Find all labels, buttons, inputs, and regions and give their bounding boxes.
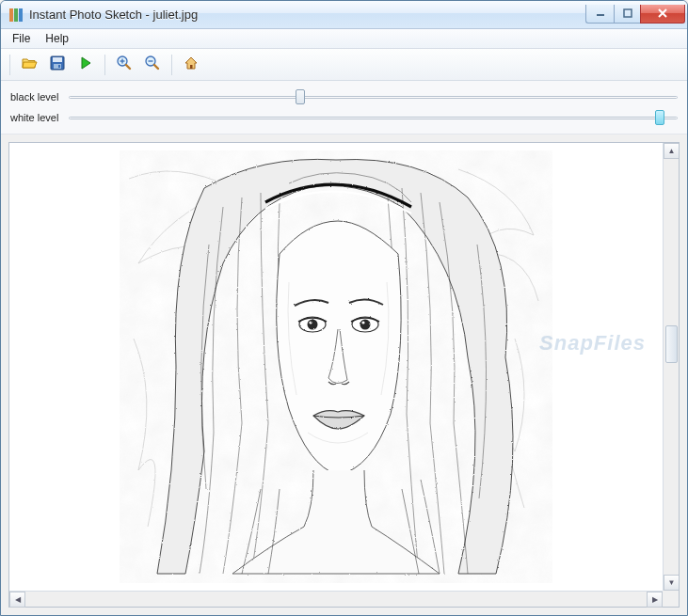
- horizontal-scrollbar[interactable]: ◀ ▶: [9, 591, 663, 607]
- canvas-wrap: SnapFiles ▲ ▼: [9, 143, 679, 591]
- vscroll-thumb[interactable]: [665, 325, 678, 363]
- chevron-left-icon: ◀: [15, 595, 21, 604]
- svg-rect-16: [190, 65, 193, 69]
- svg-rect-1: [14, 8, 18, 22]
- home-button[interactable]: [179, 53, 203, 77]
- toolbar-separator: [171, 55, 172, 75]
- open-folder-icon: [21, 55, 38, 74]
- titlebar: Instant Photo Sketch - juliet.jpg: [1, 1, 687, 29]
- toolbar-separator: [104, 55, 105, 75]
- svg-line-10: [126, 65, 130, 69]
- svg-rect-4: [624, 9, 632, 17]
- svg-point-24: [361, 321, 364, 324]
- hscroll-track[interactable]: [25, 592, 647, 607]
- scroll-right-button[interactable]: ▶: [647, 592, 663, 608]
- menu-file[interactable]: File: [5, 30, 38, 47]
- white-level-thumb[interactable]: [655, 110, 664, 125]
- svg-rect-0: [9, 8, 13, 22]
- play-icon: [77, 55, 94, 74]
- content-area: SnapFiles ▲ ▼ ◀ ▶: [8, 142, 680, 608]
- svg-rect-8: [58, 65, 60, 68]
- close-button[interactable]: [640, 5, 685, 24]
- scroll-left-button[interactable]: ◀: [9, 592, 25, 608]
- white-level-row: white level: [10, 107, 678, 128]
- chevron-up-icon: ▲: [668, 147, 676, 155]
- home-icon: [183, 55, 200, 74]
- scroll-corner: [663, 591, 679, 607]
- black-level-row: black level: [10, 87, 678, 107]
- black-level-thumb[interactable]: [296, 89, 305, 104]
- zoom-out-button[interactable]: [140, 53, 165, 77]
- toolbar-separator: [9, 55, 10, 75]
- save-floppy-icon: [49, 55, 66, 74]
- window-title: Instant Photo Sketch - juliet.jpg: [29, 8, 585, 22]
- open-button[interactable]: [17, 53, 41, 77]
- svg-rect-2: [19, 8, 23, 22]
- app-icon: [8, 8, 24, 23]
- svg-point-20: [308, 320, 318, 330]
- svg-point-23: [360, 320, 371, 330]
- black-level-label: black level: [10, 91, 69, 103]
- menu-help[interactable]: Help: [38, 30, 76, 47]
- watermark: SnapFiles: [539, 331, 646, 355]
- white-level-slider[interactable]: [69, 109, 678, 126]
- sliders-panel: black level white level: [1, 81, 687, 134]
- toolbar: [1, 49, 687, 81]
- slider-rail: [69, 96, 678, 99]
- zoom-out-icon: [144, 55, 161, 74]
- image-canvas[interactable]: SnapFiles: [9, 143, 663, 591]
- vertical-scrollbar[interactable]: ▲ ▼: [663, 143, 679, 591]
- chevron-right-icon: ▶: [652, 595, 658, 604]
- white-level-label: white level: [10, 112, 69, 123]
- vscroll-track[interactable]: [664, 159, 679, 575]
- svg-rect-6: [53, 57, 62, 62]
- slider-rail: [69, 117, 678, 119]
- sketch-image: [120, 150, 552, 583]
- svg-point-21: [309, 321, 312, 324]
- scroll-down-button[interactable]: ▼: [664, 575, 679, 591]
- window-controls: [585, 5, 685, 24]
- black-level-slider[interactable]: [69, 88, 678, 105]
- maximize-button[interactable]: [614, 5, 640, 24]
- svg-line-14: [154, 65, 158, 69]
- zoom-in-button[interactable]: [112, 53, 136, 77]
- zoom-in-icon: [116, 55, 133, 74]
- menubar: File Help: [1, 29, 687, 49]
- save-button[interactable]: [45, 53, 70, 77]
- scroll-up-button[interactable]: ▲: [664, 143, 679, 159]
- minimize-button[interactable]: [585, 5, 614, 24]
- run-button[interactable]: [73, 53, 98, 77]
- chevron-down-icon: ▼: [668, 578, 676, 587]
- app-window: Instant Photo Sketch - juliet.jpg File H…: [0, 0, 688, 616]
